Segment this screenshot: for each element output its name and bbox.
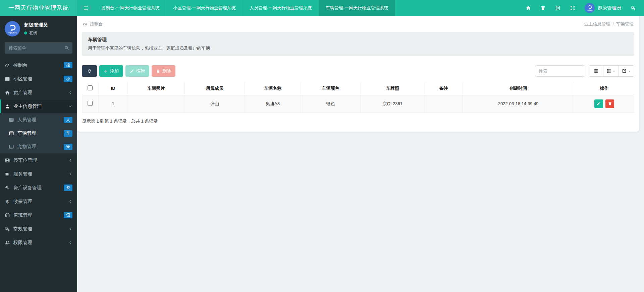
owner-info-submenu: 人员管理 人 车辆管理 车 宠物管理 宠 [0,113,77,153]
table-search-input[interactable] [535,65,585,77]
main-content: 控制台 业主信息管理/车辆管理 车辆管理 用于管理小区里的车辆信息，包括业主、家… [77,16,644,292]
fullscreen-icon[interactable] [570,5,575,11]
menu-badge: 资 [64,185,72,191]
page-description: 用于管理小区里的车辆信息，包括业主、家庭成员及租户的车辆 [88,45,628,51]
sidebar-user-name: 超级管理员 [24,22,48,28]
sidebar-item-person-manage[interactable]: 人员管理 人 [0,113,77,127]
column-header-created[interactable]: 创建时间 [463,82,574,95]
sidebar-item-label: 值班管理 [13,212,64,218]
dollar-icon [5,199,10,204]
row-delete-button[interactable] [605,99,614,108]
menu-search-input[interactable] [5,42,72,54]
sidebar-item-owner-info[interactable]: 业主信息管理 [0,99,77,113]
edit-button[interactable]: 编辑 [125,65,149,77]
cell-operate [574,95,634,113]
sidebar: 超级管理员 在线 控制台 控 小区管理 小 房产管理 [0,16,77,292]
select-all-checkbox[interactable] [88,85,93,90]
gears-icon [5,226,10,232]
column-header-id[interactable]: ID [98,82,127,95]
page-title: 车辆管理 [88,37,628,43]
sidebar-item-label: 权限管理 [13,240,68,246]
caret-down-icon [612,70,615,73]
column-header-name[interactable]: 车辆名称 [245,82,301,95]
home-icon[interactable] [526,5,531,11]
tab-community[interactable]: 小区管理-一网天行物业管理系统 [166,0,243,16]
sidebar-item-duty[interactable]: 值班管理 值 [0,208,77,222]
chevron-left-icon [68,90,72,95]
export-dropdown-button[interactable] [619,65,634,77]
user-menu[interactable]: 超级管理员 [585,3,621,13]
sidebar-user-panel: 超级管理员 在线 [0,16,77,41]
user-status-label: 在线 [29,30,37,36]
column-header-plate[interactable]: 车牌照 [360,82,425,95]
sidebar-item-service[interactable]: 服务管理 [0,167,77,181]
settings-gears-icon[interactable] [631,5,636,11]
sidebar-item-asset[interactable]: 资产设备管理 资 [0,181,77,195]
avatar [585,3,595,13]
gavel-icon [5,185,10,191]
sidebar-item-parking[interactable]: 停车位管理 [0,153,77,167]
calendar-icon [5,213,10,218]
list-detail-icon [594,69,598,73]
navbar-actions: 超级管理员 [526,0,644,16]
user-name: 超级管理员 [598,5,621,11]
tab-dashboard[interactable]: 控制台-一网天行物业管理系统 [95,0,166,16]
gauge-icon [83,22,88,27]
column-header-remark[interactable]: 备注 [425,82,463,95]
user-status: 在线 [24,30,48,36]
sidebar-item-label: 控制台 [13,62,64,68]
content-card: 控制台 业主信息管理/车辆管理 车辆管理 用于管理小区里的车辆信息，包括业主、家… [77,16,639,132]
trash-icon[interactable] [540,5,546,11]
sidebar-item-label: 小区管理 [13,76,64,82]
toggle-detail-view-button[interactable] [589,65,603,77]
sidebar-item-label: 服务管理 [13,171,68,177]
delete-button[interactable]: 删除 [152,65,175,77]
caret-down-icon [628,70,631,73]
chevron-down-icon [68,104,72,108]
sidebar-item-community[interactable]: 小区管理 小 [0,72,77,86]
gauge-icon [5,63,10,68]
chevron-left-icon [68,172,72,176]
column-header-color[interactable]: 车辆颜色 [301,82,360,95]
tab-person[interactable]: 人员管理-一网天行物业管理系统 [243,0,319,16]
tab-vehicle[interactable]: 车辆管理-一网天行物业管理系统 [319,0,395,16]
table-row[interactable]: 1 张山 奥迪A8 银色 京QL2361 2022-03-18 14:39:49 [82,95,634,113]
home-icon [5,90,10,95]
chevron-left-icon [68,240,72,245]
add-button-label: 添加 [110,68,119,74]
add-button[interactable]: 添加 [99,65,123,77]
pencil-icon [596,101,601,106]
columns-dropdown-button[interactable] [603,65,619,77]
sidebar-item-dashboard[interactable]: 控制台 控 [0,58,77,72]
cell-name: 奥迪A8 [245,95,301,113]
clear-cache-icon[interactable] [555,5,560,11]
sidebar-item-permission[interactable]: 权限管理 [0,236,77,249]
sidebar-item-general[interactable]: 常规管理 [0,222,77,236]
menu-badge: 车 [64,130,72,137]
breadcrumb-dashboard[interactable]: 控制台 [90,21,103,27]
cell-created: 2022-03-18 14:39:49 [463,95,574,113]
breadcrumb-parent[interactable]: 业主信息管理 [584,21,610,26]
breadcrumb-separator: / [612,21,614,26]
cell-photo [128,95,185,113]
row-checkbox[interactable] [88,101,93,106]
breadcrumb-current: 车辆管理 [616,21,634,26]
sidebar-item-vehicle-manage[interactable]: 车辆管理 车 [0,127,77,140]
menu-badge: 宠 [64,144,72,150]
refresh-button[interactable] [82,65,97,77]
sidebar-item-property[interactable]: 房产管理 [0,86,77,99]
sidebar-toggle-button[interactable] [77,0,95,16]
row-edit-button[interactable] [594,99,603,108]
column-header-photo[interactable]: 车辆照片 [128,82,185,95]
cell-color: 银色 [301,95,360,113]
sidebar-item-pet-manage[interactable]: 宠物管理 宠 [0,140,77,153]
column-header-member[interactable]: 所属成员 [184,82,245,95]
menu-badge: 值 [64,212,72,218]
sidebar-item-label: 房产管理 [13,90,68,96]
sidebar-item-label: 业主信息管理 [13,103,68,110]
sidebar-item-fee[interactable]: 收费管理 [0,195,77,208]
trash-icon [608,101,612,106]
plus-icon [104,69,108,73]
vehicle-table: ID 车辆照片 所属成员 车辆名称 车辆颜色 车牌照 备注 创建时间 操作 1 [82,82,634,113]
delete-button-label: 删除 [162,68,171,74]
